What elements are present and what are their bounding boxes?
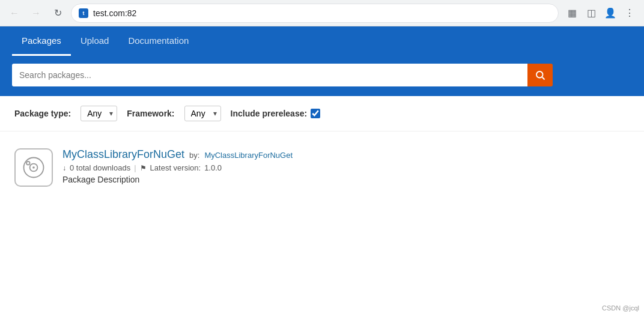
tab-packages[interactable]: Packages	[12, 27, 71, 56]
browser-chrome: ← → ↻ t test.com:82 ▦ ◫ 👤 ⋮	[0, 0, 644, 26]
include-prerelease-text: Include prerelease:	[231, 109, 308, 118]
package-details: MyClassLibraryForNuGet by: MyClassLibrar…	[62, 148, 630, 184]
version-icon: ⚑	[140, 164, 147, 172]
package-type-select[interactable]: Any	[80, 106, 117, 121]
framework-select-wrap: Any	[184, 106, 221, 121]
svg-point-4	[26, 162, 30, 165]
address-text: test.com:82	[93, 8, 551, 18]
package-type-label: Package type:	[14, 109, 71, 118]
app-header: Packages Upload Documentation	[0, 26, 644, 56]
filters-area: Package type: Any Framework: Any Include…	[0, 96, 644, 131]
search-button[interactable]	[527, 64, 553, 86]
menu-button[interactable]: ⋮	[621, 5, 638, 22]
package-description: Package Description	[62, 175, 630, 184]
package-type-select-wrap: Any	[80, 106, 117, 121]
package-name[interactable]: MyClassLibraryForNuGet	[62, 148, 184, 161]
include-prerelease-checkbox[interactable]	[311, 109, 320, 118]
package-author[interactable]: MyClassLibraryForNuGet	[204, 151, 293, 160]
split-view-button[interactable]: ◫	[583, 5, 600, 22]
favicon: t	[79, 8, 88, 18]
svg-point-5	[32, 166, 35, 169]
latest-version: 1.0.0	[204, 163, 222, 172]
latest-version-label: Latest version:	[150, 163, 201, 172]
package-icon-svg	[20, 154, 47, 181]
packages-list: MyClassLibraryForNuGet by: MyClassLibrar…	[0, 131, 644, 204]
svg-point-0	[536, 71, 543, 78]
package-title-line: MyClassLibraryForNuGet by: MyClassLibrar…	[62, 148, 630, 161]
back-button[interactable]: ←	[6, 5, 23, 22]
address-bar[interactable]: t test.com:82	[71, 4, 559, 23]
include-prerelease-label: Include prerelease:	[231, 109, 321, 118]
package-icon	[14, 148, 53, 187]
meta-separator: |	[134, 163, 136, 172]
package-meta: ↓ 0 total downloads | ⚑ Latest version: …	[62, 163, 630, 172]
framework-select[interactable]: Any	[184, 106, 221, 121]
downloads-icon: ↓	[62, 164, 66, 172]
profile-button[interactable]: 👤	[602, 5, 619, 22]
tab-upload[interactable]: Upload	[71, 27, 119, 56]
search-area	[0, 56, 644, 96]
svg-line-1	[542, 77, 545, 80]
forward-button[interactable]: →	[28, 5, 44, 22]
package-downloads: 0 total downloads	[70, 163, 130, 172]
refresh-button[interactable]: ↻	[49, 5, 66, 22]
search-input-wrap	[12, 64, 553, 86]
tab-documentation[interactable]: Documentation	[118, 27, 198, 56]
search-input[interactable]	[12, 64, 527, 86]
framework-label: Framework:	[127, 109, 174, 118]
table-row: MyClassLibraryForNuGet by: MyClassLibrar…	[14, 141, 630, 194]
browser-actions: ▦ ◫ 👤 ⋮	[564, 5, 638, 22]
package-by-label: by:	[189, 151, 199, 160]
extensions-button[interactable]: ▦	[564, 5, 580, 22]
